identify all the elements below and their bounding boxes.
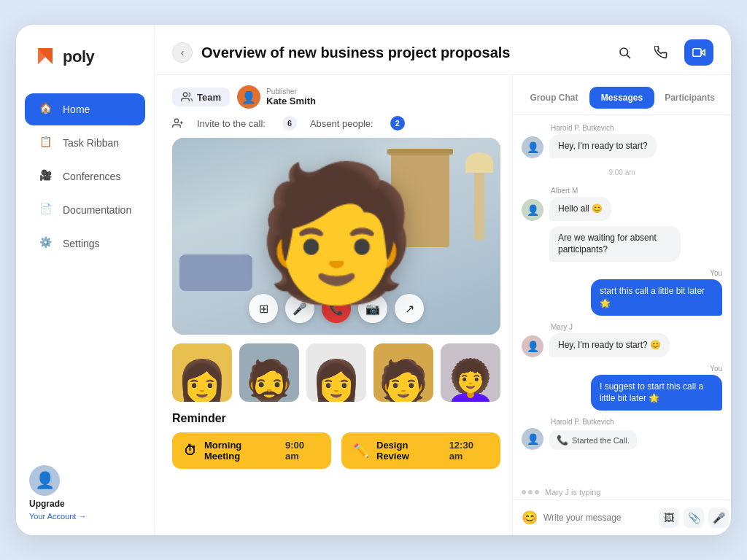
thumb-person-5: 👩‍🦱 [445,361,496,402]
participant-strip: 👩 🧔 👩 🧑 👩‍🦱 [172,343,500,402]
participant-thumb-2[interactable]: 🧔 [239,343,299,402]
message-input[interactable] [543,513,653,523]
topbar: ‹ Overview of new business project propo… [155,25,731,75]
tab-group-chat[interactable]: Group Chat [522,87,587,109]
sidebar-item-label-task: Task Ribban [63,137,119,149]
msg-avatar-albert: 👤 [522,199,543,221]
tab-participants[interactable]: Participants [657,87,722,109]
phone-button[interactable] [648,39,674,66]
typing-dot-1 [522,490,526,494]
chat-messages: Harold P. Butkevich 👤 Hey, I'm ready to … [513,115,731,485]
reminder-morning-icon: ⏱ [184,443,197,459]
thumb-person-3: 👩 [311,361,362,402]
msg-bubble-you-2: I suggest to start this call a little bi… [591,375,722,411]
msg-group-you-1: You start this call a little bit later 🌟 [522,269,722,316]
participant-thumb-3[interactable]: 👩 [306,343,366,402]
svg-point-7 [174,119,178,122]
reminder-morning-label: Morning Meeting [204,440,278,462]
sidebar-item-task[interactable]: 📋 Task Ribban [25,127,145,159]
reminder-design[interactable]: ✏️ Design Review 12:30 am [341,432,500,469]
team-badge: Team [172,88,230,106]
main-content: ‹ Overview of new business project propo… [155,25,731,535]
msg-group-harold-2: Harold P. Butkevich 👤 📞 Started the Call… [522,418,722,450]
msg-row-albert-2: Are we waiting for absent participants? [522,226,722,262]
sidebar-nav: 🏠 Home 📋 Task Ribban 🎥 Conferences 📄 Doc… [16,92,154,261]
invite-label: Invite to the call: [197,118,266,129]
publisher-label: Publisher [266,88,316,96]
audio-button[interactable]: 🎤 [708,508,729,528]
msg-sender-harold-2: Harold P. Butkevich [551,418,722,426]
emoji-button[interactable]: 😊 [522,510,538,526]
conferences-icon: 🎥 [39,169,54,184]
participant-thumb-5[interactable]: 👩‍🦱 [441,343,500,402]
phone-icon [654,46,667,59]
typing-indicator: Mary J is typing [513,485,731,499]
video-area: 🧑 ⊞ 🎤 📞 📷 ↗ [172,138,500,335]
sidebar-bottom: 👤 Upgrade Your Account → [16,465,154,521]
thumb-person-2: 🧔 [244,361,295,402]
absent-label: Absent people: [310,118,374,129]
avatar: 👤 [29,465,60,496]
search-icon [618,46,631,59]
video-person: 🧑 [255,167,419,298]
msg-sender-albert: Albert M [551,187,722,195]
msg-bubble-albert-2: Are we waiting for absent participants? [549,226,681,262]
search-button[interactable] [611,39,638,66]
reminder-title: Reminder [172,412,500,425]
team-label: Team [197,92,221,103]
back-button[interactable]: ‹ [172,42,193,63]
logo-text: poly [63,47,94,66]
absent-count: 2 [390,116,405,131]
msg-bubble-albert-1: Hello all 😊 [549,197,611,221]
tab-messages[interactable]: Messages [589,87,654,109]
sidebar-item-conferences[interactable]: 🎥 Conferences [25,160,145,192]
settings-icon: ⚙️ [39,236,54,251]
reminder-design-icon: ✏️ [353,443,369,459]
msg-bubble-you-1: start this call a little bit later 🌟 [591,279,722,316]
msg-group-albert: Albert M 👤 Hello all 😊 Are we waiting fo… [522,187,722,262]
user-profile: 👤 Upgrade Your Account → [29,465,141,521]
msg-sender-mary: Mary J [551,323,722,331]
typing-text: Mary J is typing [545,488,600,497]
svg-line-3 [627,55,630,58]
video-icon [692,46,705,59]
msg-group-you-2: You I suggest to start this call a littl… [522,365,722,411]
file-attach-button[interactable]: 📎 [684,508,704,528]
participant-thumb-4[interactable]: 🧑 [374,343,433,402]
bg-lamp-shade [465,152,493,173]
task-icon: 📋 [39,136,54,150]
sidebar-item-label-settings: Settings [63,238,100,249]
msg-time-900: 9.00 am [522,168,722,176]
msg-row-you-1: start this call a little bit later 🌟 [522,279,722,316]
sidebar-item-settings[interactable]: ⚙️ Settings [25,228,145,260]
topbar-actions [611,39,713,66]
reminder-morning-time: 9:00 am [285,440,320,462]
msg-row-albert-1: 👤 Hello all 😊 [522,197,722,221]
msg-sender-harold-1: Harold P. Butkevich [551,124,722,132]
documentation-icon: 📄 [39,203,54,217]
reminder-morning[interactable]: ⏱ Morning Meeting 9:00 am [172,432,331,469]
msg-group-1: Harold P. Butkevich 👤 Hey, I'm ready to … [522,124,722,158]
video-call-button[interactable] [684,39,713,66]
sidebar: poly 🏠 Home 📋 Task Ribban 🎥 Conferences … [16,25,155,535]
image-attach-button[interactable]: 🖼 [659,508,679,528]
sidebar-item-label-conferences: Conferences [63,171,120,182]
typing-dot-2 [528,490,533,494]
svg-rect-5 [693,49,701,57]
meeting-meta: Team 👤 Publisher Kate Smith [172,85,500,109]
msg-row-mary-1: 👤 Hey, I'm ready to start? 😊 [522,333,722,357]
svg-point-6 [183,93,187,96]
sidebar-item-home[interactable]: 🏠 Home [25,93,145,125]
msg-bubble-system: 📞 Started the Call. [549,430,637,450]
thumb-person-1: 👩 [177,361,228,402]
participant-thumb-1[interactable]: 👩 [172,343,232,402]
sidebar-item-label-documentation: Documentation [63,204,131,216]
sidebar-item-documentation[interactable]: 📄 Documentation [25,194,145,226]
reminders-row: ⏱ Morning Meeting 9:00 am ✏️ Design Revi… [172,432,500,469]
upgrade-link[interactable]: Your Account → [29,512,86,521]
msg-row-system: 👤 📞 Started the Call. [522,428,722,450]
publisher-name: Kate Smith [266,96,316,106]
msg-row-you-2: I suggest to start this call a little bi… [522,375,722,411]
chat-input-actions: 🖼 📎 🎤 ··· [659,508,731,528]
logo: poly [16,45,154,92]
